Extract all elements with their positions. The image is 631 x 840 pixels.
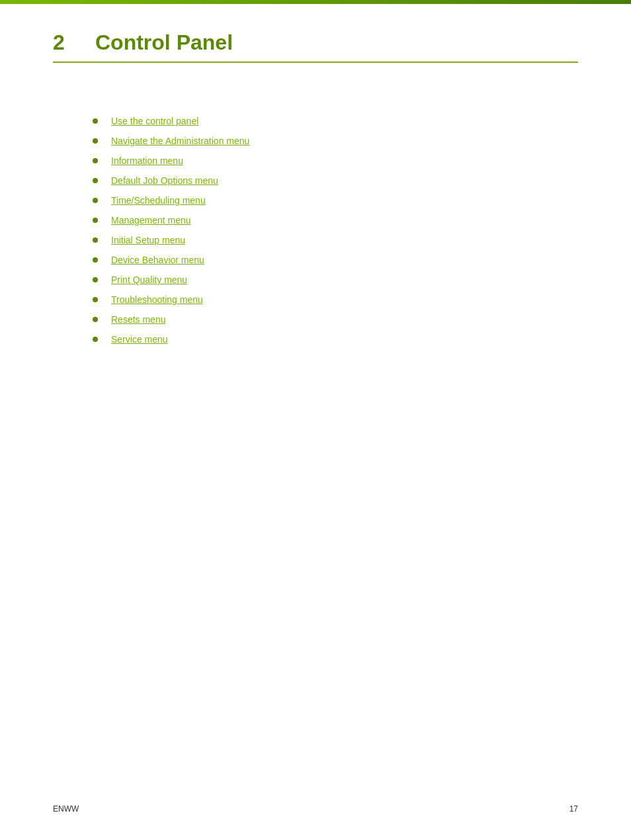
list-item: Service menu [93,334,578,345]
toc-link-navigate-admin-menu[interactable]: Navigate the Administration menu [111,136,249,146]
toc-link-default-job-options-menu[interactable]: Default Job Options menu [111,175,218,186]
bullet-icon [93,178,98,183]
chapter-header: 2 Control Panel [53,30,578,63]
list-item: Time/Scheduling menu [93,195,578,206]
footer: ENWW 17 [0,804,631,814]
toc-link-time-scheduling-menu[interactable]: Time/Scheduling menu [111,195,206,206]
list-item: Initial Setup menu [93,235,578,245]
bullet-icon [93,277,98,282]
toc-link-print-quality-menu[interactable]: Print Quality menu [111,274,187,285]
bullet-icon [93,198,98,203]
toc-link-information-menu[interactable]: Information menu [111,155,183,166]
bullet-icon [93,237,98,243]
footer-left: ENWW [53,804,79,814]
toc-link-use-control-panel[interactable]: Use the control panel [111,116,198,126]
toc-link-resets-menu[interactable]: Resets menu [111,314,165,325]
bullet-icon [93,138,98,144]
chapter-number: 2 [53,30,79,55]
toc-link-troubleshooting-menu[interactable]: Troubleshooting menu [111,294,203,305]
toc-link-service-menu[interactable]: Service menu [111,334,168,345]
bullet-icon [93,118,98,124]
bullet-icon [93,218,98,223]
bullet-icon [93,158,98,163]
table-of-contents: Use the control panelNavigate the Admini… [53,116,578,345]
list-item: Resets menu [93,314,578,325]
bullet-icon [93,257,98,263]
list-item: Print Quality menu [93,274,578,285]
list-item: Information menu [93,155,578,166]
list-item: Device Behavior menu [93,255,578,265]
toc-link-management-menu[interactable]: Management menu [111,215,191,226]
bullet-icon [93,297,98,302]
list-item: Use the control panel [93,116,578,126]
chapter-title: Control Panel [95,30,233,55]
footer-right: 17 [569,804,578,814]
list-item: Default Job Options menu [93,175,578,186]
bullet-icon [93,317,98,322]
toc-link-device-behavior-menu[interactable]: Device Behavior menu [111,255,204,265]
list-item: Troubleshooting menu [93,294,578,305]
list-item: Management menu [93,215,578,226]
list-item: Navigate the Administration menu [93,136,578,146]
toc-link-initial-setup-menu[interactable]: Initial Setup menu [111,235,185,245]
bullet-icon [93,337,98,342]
toc-list: Use the control panelNavigate the Admini… [93,116,578,345]
